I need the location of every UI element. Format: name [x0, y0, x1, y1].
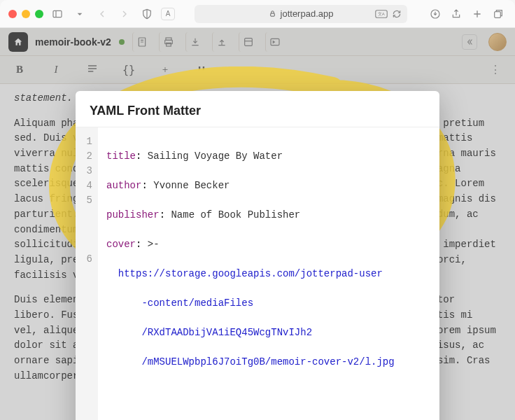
svg-rect-0	[53, 10, 62, 17]
download-icon[interactable]	[427, 6, 444, 22]
close-window[interactable]	[8, 10, 17, 18]
url-text: jotterpad.app	[281, 8, 334, 19]
translate-icon[interactable]: 文A	[375, 9, 388, 19]
new-tab-icon[interactable]	[469, 6, 486, 22]
maximize-window[interactable]	[35, 10, 43, 18]
dialog-title: YAML Front Matter	[76, 91, 439, 127]
svg-text:文A: 文A	[378, 11, 385, 16]
tabs-icon[interactable]	[490, 6, 507, 22]
code-content[interactable]: title: Sailing Voyage By Water author: Y…	[98, 127, 439, 420]
share-icon[interactable]	[448, 6, 465, 22]
yaml-editor[interactable]: 1 2 3 4 5 6 title: Sailing Voyage By Wat…	[76, 127, 439, 420]
yaml-front-matter-dialog: YAML Front Matter 1 2 3 4 5 6 title: Sai…	[76, 91, 439, 420]
address-bar[interactable]: jotterpad.app 文A	[195, 5, 407, 23]
shield-icon[interactable]	[139, 6, 155, 22]
lock-icon	[269, 10, 276, 18]
dropdown-icon[interactable]	[71, 6, 88, 22]
minimize-window[interactable]	[22, 10, 30, 18]
traffic-lights	[8, 10, 43, 18]
sidebar-toggle-icon[interactable]	[49, 6, 66, 22]
nav-back-icon[interactable]	[94, 6, 111, 22]
nav-forward-icon[interactable]	[116, 6, 133, 22]
browser-titlebar: A jotterpad.app 文A	[0, 0, 515, 28]
text-size-icon[interactable]: A	[161, 8, 175, 20]
refresh-icon[interactable]	[392, 9, 402, 19]
line-gutter: 1 2 3 4 5 6	[76, 127, 98, 420]
svg-rect-2	[270, 13, 274, 16]
svg-rect-6	[495, 11, 501, 18]
